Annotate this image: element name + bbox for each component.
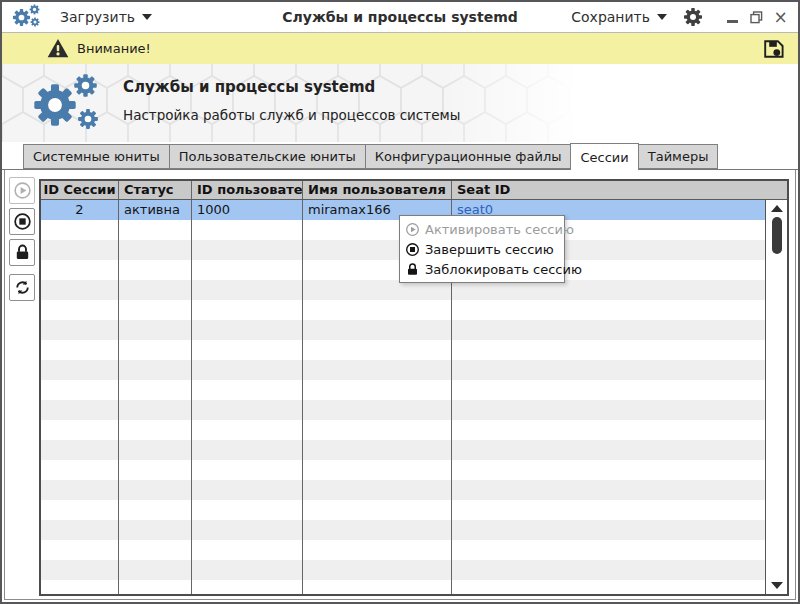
scroll-up-arrow-icon[interactable] <box>771 205 783 212</box>
tab-bar: Системные юниты Пользовательские юниты К… <box>2 142 798 170</box>
load-button[interactable]: Загрузить <box>60 9 152 25</box>
play-circle-icon <box>13 181 32 200</box>
table-row-empty <box>41 440 765 460</box>
column-header-status[interactable]: Статус <box>119 181 192 199</box>
refresh-button[interactable] <box>9 274 35 301</box>
table-row-empty <box>41 320 765 340</box>
scroll-down-arrow-icon[interactable] <box>771 582 783 589</box>
table-row-empty <box>41 280 765 300</box>
header-banner: Службы и процессы systemd Настройка рабо… <box>2 64 798 142</box>
chevron-down-icon <box>657 14 667 20</box>
tab-config-files[interactable]: Конфигурационные файлы <box>365 144 572 169</box>
tab-timers[interactable]: Таймеры <box>638 144 719 169</box>
lock-icon <box>13 243 32 262</box>
page-subtitle: Настройка работы служб и процессов систе… <box>123 107 460 123</box>
play-circle-icon <box>405 222 420 237</box>
session-actions-toolbar <box>5 170 39 599</box>
stop-circle-icon <box>405 242 420 257</box>
tab-system-units[interactable]: Системные юниты <box>23 144 170 169</box>
app-gears-logo-icon <box>32 73 102 135</box>
column-header-seat-id[interactable]: Seat ID <box>452 181 787 199</box>
cell-session-id: 2 <box>41 200 119 220</box>
column-header-user-id[interactable]: ID пользователя <box>192 181 303 199</box>
menu-item-activate-session[interactable]: Активировать сессию <box>400 219 564 239</box>
table-row-empty <box>41 500 765 520</box>
maximize-button[interactable] <box>749 10 764 25</box>
table-row-empty <box>41 560 765 580</box>
cell-user-id: 1000 <box>192 200 303 220</box>
app-gears-logo-icon <box>12 4 42 30</box>
minimize-button[interactable] <box>725 10 740 25</box>
table-row-empty <box>41 460 765 480</box>
table-row-empty <box>41 580 765 596</box>
table-row-empty <box>41 400 765 420</box>
table-row-empty <box>41 360 765 380</box>
table-row-empty <box>41 300 765 320</box>
terminate-session-button[interactable] <box>9 208 35 235</box>
table-row-empty <box>41 340 765 360</box>
menu-item-terminate-session[interactable]: Завершить сессию <box>400 239 564 259</box>
table-row-empty <box>41 480 765 500</box>
chevron-down-icon <box>142 14 152 20</box>
vertical-scrollbar[interactable] <box>765 200 787 594</box>
table-row-empty <box>41 520 765 540</box>
scrollbar-thumb[interactable] <box>772 217 782 254</box>
warning-triangle-icon <box>46 37 70 60</box>
session-context-menu: Активировать сессию Завершить сессию Заб… <box>399 215 565 283</box>
warning-label: Внимание! <box>77 41 151 56</box>
titlebar: Загрузить Службы и процессы systemd Сохр… <box>2 2 798 33</box>
tab-user-units[interactable]: Пользовательские юниты <box>169 144 366 169</box>
stop-circle-icon <box>13 212 32 231</box>
column-header-user-name[interactable]: Имя пользователя <box>303 181 452 199</box>
window-controls: × <box>725 10 788 25</box>
table-header-row: ID Сессии Статус ID пользователя Имя пол… <box>41 181 787 200</box>
menu-item-lock-session[interactable]: Заблокировать сессию <box>400 259 564 279</box>
lock-icon <box>405 262 420 277</box>
page-title: Службы и процессы systemd <box>123 78 460 96</box>
column-header-session-id[interactable]: ID Сессии <box>41 181 119 199</box>
close-button[interactable]: × <box>773 10 788 25</box>
save-button[interactable]: Сохранить <box>571 9 667 25</box>
table-row-empty <box>41 540 765 560</box>
save-button-label: Сохранить <box>571 9 650 25</box>
settings-gear-icon[interactable] <box>683 7 703 27</box>
tab-sessions[interactable]: Сессии <box>570 143 638 170</box>
lock-session-button[interactable] <box>9 239 35 266</box>
activate-session-button[interactable] <box>9 177 35 204</box>
table-row-empty <box>41 380 765 400</box>
warning-bar: Внимание! <box>2 33 798 64</box>
app-window: Загрузить Службы и процессы systemd Сохр… <box>0 0 800 604</box>
refresh-icon <box>13 278 32 297</box>
load-button-label: Загрузить <box>60 9 135 25</box>
table-row-empty <box>41 420 765 440</box>
save-file-icon[interactable] <box>762 37 786 61</box>
cell-status: активна <box>119 200 192 220</box>
